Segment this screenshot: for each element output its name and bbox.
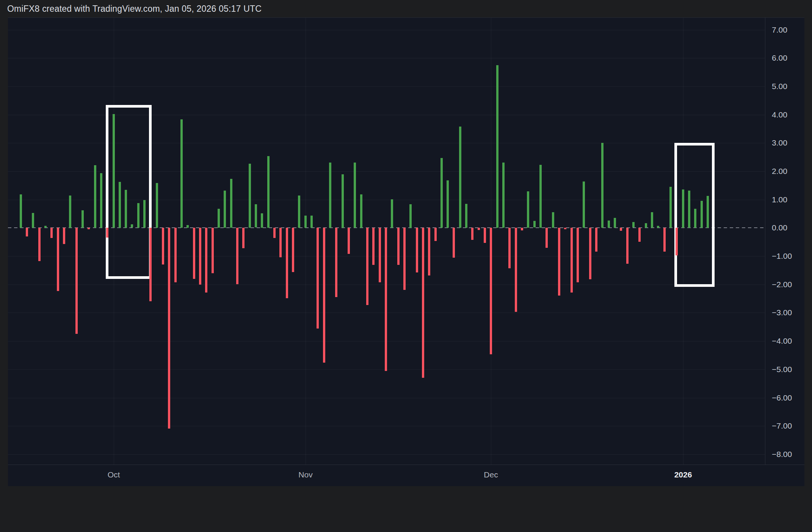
histogram-bar	[335, 228, 337, 297]
histogram-bar	[564, 228, 566, 229]
histogram-bar	[614, 218, 616, 228]
histogram-bar	[180, 119, 183, 228]
histogram-bar	[292, 228, 294, 272]
histogram-bar	[539, 165, 542, 228]
price-axis[interactable]: 7.006.005.004.003.002.001.000.00−1.00−2.…	[765, 17, 804, 465]
histogram-bar	[149, 228, 152, 301]
histogram-bar	[428, 228, 430, 275]
histogram-bar	[409, 204, 412, 228]
histogram-bar	[657, 226, 659, 228]
histogram-bar	[366, 228, 368, 305]
price-axis-label: 4.00	[772, 110, 787, 119]
histogram-bar	[403, 228, 406, 290]
gridline-horizontal	[8, 426, 765, 426]
histogram-bar	[69, 196, 71, 228]
histogram-bar	[422, 228, 424, 378]
histogram-bar	[496, 65, 498, 228]
histogram-bar	[694, 209, 696, 228]
histogram-bar	[379, 228, 381, 282]
histogram-bar	[571, 228, 573, 293]
histogram-bar	[304, 216, 307, 228]
gridline-vertical	[306, 18, 306, 465]
histogram-bar	[261, 213, 263, 228]
histogram-bar	[20, 194, 22, 228]
histogram-bar	[131, 224, 133, 227]
histogram-bar	[669, 187, 672, 228]
time-axis-label: Dec	[484, 470, 498, 479]
time-axis[interactable]: OctNovDec2026	[8, 465, 804, 486]
histogram-bar	[601, 143, 604, 228]
histogram-bar	[453, 228, 455, 258]
histogram-bar	[348, 228, 350, 254]
histogram-bar	[608, 221, 610, 228]
histogram-bar	[508, 228, 511, 268]
histogram-bar	[459, 127, 461, 228]
page-title: OmiFX8 created with TradingView.com, Jan…	[7, 4, 262, 14]
histogram-bar	[632, 222, 635, 227]
histogram-bar	[558, 228, 560, 296]
histogram-bar	[342, 174, 344, 228]
price-axis-label: 7.00	[772, 25, 787, 34]
histogram-bar	[267, 156, 270, 228]
histogram-bar	[75, 228, 78, 334]
histogram-bar	[168, 228, 170, 429]
histogram-bar	[236, 228, 238, 284]
gridline-horizontal	[8, 398, 765, 398]
histogram-bar	[465, 204, 467, 228]
histogram-bar	[100, 173, 102, 228]
histogram-bar	[44, 226, 47, 228]
price-axis-label: 3.00	[772, 138, 787, 147]
histogram-bar	[212, 228, 214, 273]
histogram-bar	[323, 228, 325, 363]
histogram-bar	[32, 213, 34, 228]
histogram-bar	[440, 158, 443, 228]
histogram-bar	[527, 191, 529, 228]
histogram-bar	[391, 199, 393, 228]
histogram-bar	[106, 228, 108, 238]
gridline-horizontal	[8, 454, 765, 455]
histogram-bar	[552, 212, 554, 228]
histogram-bar	[354, 163, 356, 228]
histogram-bar	[577, 228, 579, 282]
title-bar: OmiFX8 created with TradingView.com, Jan…	[0, 0, 812, 17]
histogram-bar	[385, 228, 387, 371]
histogram-bar	[119, 182, 121, 228]
chart-plot-area[interactable]	[8, 17, 765, 465]
histogram-bar	[490, 228, 492, 354]
histogram-bar	[273, 228, 276, 238]
price-axis-label: −4.00	[772, 336, 792, 346]
histogram-bar	[546, 228, 548, 248]
histogram-bar	[515, 228, 517, 312]
histogram-bar	[626, 228, 629, 264]
histogram-bar	[187, 225, 189, 228]
histogram-bar	[26, 228, 28, 236]
price-axis-label: −8.00	[772, 450, 792, 459]
price-axis-label: 0.00	[772, 223, 787, 232]
price-axis-label: −3.00	[772, 308, 792, 317]
price-axis-label: 6.00	[772, 53, 787, 63]
price-axis-label: 1.00	[772, 195, 787, 204]
histogram-bar	[143, 200, 146, 228]
histogram-bar	[651, 212, 653, 228]
gridline-horizontal	[8, 86, 765, 87]
histogram-bar	[249, 164, 251, 228]
histogram-bar	[94, 165, 96, 228]
histogram-bar	[310, 216, 313, 228]
histogram-bar	[193, 228, 195, 279]
price-axis-label: −2.00	[772, 280, 792, 289]
histogram-bar	[224, 191, 226, 228]
price-axis-label: 2.00	[772, 167, 787, 176]
price-axis-separator	[765, 17, 765, 486]
histogram-bar	[397, 228, 400, 265]
histogram-bar	[230, 179, 232, 228]
time-axis-label: Nov	[298, 470, 312, 479]
histogram-bar	[701, 201, 703, 228]
histogram-bar	[620, 228, 622, 231]
histogram-bar	[521, 228, 523, 230]
histogram-bar	[638, 228, 641, 242]
histogram-bar	[279, 228, 282, 257]
histogram-bar	[645, 223, 647, 228]
histogram-bar	[707, 196, 709, 228]
time-axis-label: 2026	[674, 470, 692, 479]
histogram-bar	[360, 194, 362, 228]
